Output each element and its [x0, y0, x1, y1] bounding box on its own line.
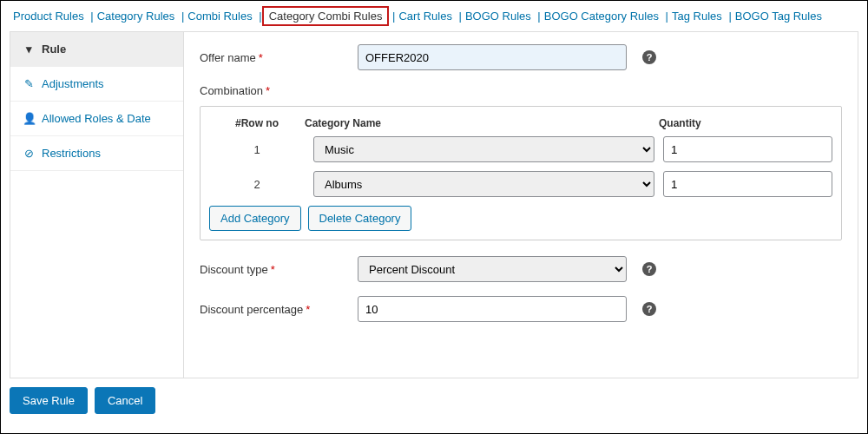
tab-bogo-category-rules[interactable]: BOGO Category Rules — [541, 7, 662, 25]
user-icon: 👤 — [23, 112, 35, 125]
tab-separator: | — [178, 10, 184, 23]
row-number: 1 — [209, 143, 305, 156]
sidebar-item-rule[interactable]: ▾Rule — [10, 32, 183, 67]
tab-tag-rules[interactable]: Tag Rules — [668, 7, 726, 25]
top-tabs: Product Rules |Category Rules |Combi Rul… — [1, 1, 867, 30]
tab-separator: | — [256, 10, 262, 23]
help-icon[interactable]: ? — [642, 302, 656, 316]
header-row-no: #Row no — [209, 117, 305, 129]
quantity-input[interactable] — [663, 136, 832, 162]
tab-separator: | — [726, 10, 732, 23]
offer-name-input[interactable] — [358, 44, 627, 70]
sidebar-item-label: Rule — [42, 43, 66, 56]
discount-percentage-row: Discount percentage* ? — [200, 296, 842, 322]
category-select[interactable]: Music — [313, 136, 654, 162]
category-select[interactable]: Albums — [313, 171, 654, 197]
delete-category-button[interactable]: Delete Category — [308, 206, 412, 231]
tab-bogo-tag-rules[interactable]: BOGO Tag Rules — [732, 7, 825, 25]
tab-category-rules[interactable]: Category Rules — [94, 7, 179, 25]
filter-icon: ▾ — [23, 43, 35, 56]
tab-bogo-rules[interactable]: BOGO Rules — [462, 7, 535, 25]
pencil-icon: ✎ — [23, 77, 35, 90]
tab-separator: | — [662, 10, 668, 23]
main-panel: Offer name* ? Combination* #Row no Categ… — [184, 32, 858, 378]
row-number: 2 — [209, 178, 305, 191]
tab-product-rules[interactable]: Product Rules — [10, 7, 88, 25]
tab-cart-rules[interactable]: Cart Rules — [395, 7, 455, 25]
combination-header: #Row no Category Name Quantity — [209, 112, 832, 136]
cancel-button[interactable]: Cancel — [95, 387, 155, 414]
sidebar-item-label: Allowed Roles & Date — [42, 112, 151, 125]
combination-row: 1Music — [209, 136, 832, 162]
sidebar-item-label: Restrictions — [42, 147, 101, 160]
sidebar: ▾Rule✎Adjustments👤Allowed Roles & Date⊘R… — [10, 32, 184, 378]
sidebar-item-label: Adjustments — [42, 77, 104, 90]
combination-actions: Add Category Delete Category — [209, 206, 832, 231]
discount-type-label: Discount type* — [200, 263, 347, 276]
main-layout: ▾Rule✎Adjustments👤Allowed Roles & Date⊘R… — [10, 31, 858, 378]
footer-actions: Save Rule Cancel — [1, 384, 867, 423]
sidebar-item-allowed-roles-date[interactable]: 👤Allowed Roles & Date — [10, 102, 183, 136]
help-icon[interactable]: ? — [642, 262, 656, 276]
discount-type-row: Discount type* Percent Discount ? — [200, 256, 842, 282]
discount-percentage-input[interactable] — [358, 296, 627, 322]
combination-table: #Row no Category Name Quantity 1Music2Al… — [200, 106, 842, 240]
combination-label: Combination* — [200, 84, 842, 97]
offer-name-row: Offer name* ? — [200, 44, 842, 70]
discount-percentage-label: Discount percentage* — [200, 303, 347, 316]
quantity-input[interactable] — [663, 171, 832, 197]
header-category: Category Name — [305, 117, 659, 129]
offer-name-label: Offer name* — [200, 51, 347, 64]
tab-combi-rules[interactable]: Combi Rules — [184, 7, 255, 25]
header-quantity: Quantity — [659, 117, 832, 129]
ban-icon: ⊘ — [23, 147, 35, 160]
tab-separator: | — [389, 10, 395, 23]
tab-separator: | — [456, 10, 462, 23]
add-category-button[interactable]: Add Category — [209, 206, 301, 231]
tab-category-combi-rules[interactable]: Category Combi Rules — [262, 6, 390, 26]
save-rule-button[interactable]: Save Rule — [10, 387, 88, 414]
sidebar-item-restrictions[interactable]: ⊘Restrictions — [10, 136, 183, 171]
tab-separator: | — [535, 10, 541, 23]
combination-row: 2Albums — [209, 171, 832, 197]
tab-separator: | — [88, 10, 94, 23]
discount-type-select[interactable]: Percent Discount — [358, 256, 627, 282]
help-icon[interactable]: ? — [642, 50, 656, 64]
sidebar-item-adjustments[interactable]: ✎Adjustments — [10, 67, 183, 102]
